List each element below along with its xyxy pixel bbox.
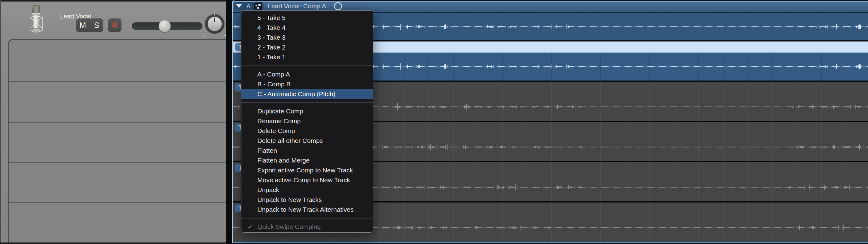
menu-item-label: 5 - Take 5 [257, 14, 285, 21]
pan-knob[interactable] [205, 14, 224, 34]
solo-button[interactable]: S [90, 19, 103, 32]
track-lane-area[interactable] [8, 39, 227, 242]
menu-separator [241, 102, 373, 103]
menu-item-label: B - Comp B [257, 81, 291, 88]
lane-divider [9, 122, 227, 123]
record-enable-button[interactable]: R [108, 19, 121, 32]
menu-item-label: Rename Comp [257, 117, 301, 125]
panel-bottom-border [0, 242, 226, 244]
menu-item-label: 3 - Take 3 [257, 34, 285, 41]
menu-item-label: 2 - Take 2 [257, 44, 285, 51]
menu-item-unpack-to-new-track-alternatives[interactable]: Unpack to New Track Alternatives [241, 205, 373, 215]
comp-menu-button[interactable] [252, 2, 264, 10]
lane-divider [9, 81, 227, 82]
take-folder-icon [254, 2, 262, 10]
menu-item-label: Duplicate Comp [257, 108, 303, 115]
disclosure-button[interactable] [234, 2, 244, 10]
track-header-panel: Lead Vocal M S R L R [0, 0, 226, 244]
menu-item-label: Flatten and Merge [257, 157, 309, 164]
menu-item-label: Export active Comp to New Track [257, 167, 353, 173]
menu-item-move-active-comp-to-new-track[interactable]: Move active Comp to New Track [241, 175, 373, 185]
menu-item-flatten-and-merge[interactable]: Flatten and Merge [241, 156, 373, 165]
menu-item-unpack[interactable]: Unpack [241, 185, 373, 195]
menu-item-label: Delete Comp [257, 127, 295, 134]
panel-left-border [0, 0, 1, 244]
active-comp-letter-button[interactable]: A [244, 2, 252, 10]
menu-item-label: Unpack [257, 186, 279, 193]
menu-item-rename-comp[interactable]: Rename Comp [241, 116, 373, 126]
menu-item-export-active-comp-to-new-track[interactable]: Export active Comp to New Track [241, 165, 373, 175]
take-folder-title: Lead Vocal: Comp A [268, 2, 326, 10]
menu-item-label: Unpack to New Track Alternatives [257, 206, 354, 213]
panel-top-border [0, 0, 226, 2]
take-folder-controls: A [234, 2, 264, 10]
take-folder-bottom-border [233, 242, 868, 243]
menu-item-quick-swipe-comping: ✓Quick Swipe Comping [241, 222, 373, 232]
loop-circle-icon[interactable] [334, 2, 342, 10]
menu-item-label: A - Comp A [257, 71, 290, 78]
volume-slider[interactable] [132, 22, 203, 30]
pan-left-label: L [203, 33, 205, 38]
mute-button[interactable]: M [76, 19, 90, 32]
mute-solo-group: M S [76, 19, 103, 32]
menu-item-label: Unpack to New Tracks [257, 196, 322, 203]
menu-item-4-take-4[interactable]: 4 - Take 4 [241, 23, 373, 33]
menu-item-label: 4 - Take 4 [257, 24, 285, 31]
menu-item-5-take-5[interactable]: 5 - Take 5 [241, 13, 373, 23]
menu-item-unpack-to-new-tracks[interactable]: Unpack to New Tracks [241, 195, 373, 205]
menu-item-b-comp-b[interactable]: B - Comp B [241, 79, 373, 89]
checkmark-icon: ✓ [248, 222, 253, 232]
volume-slider-thumb[interactable] [159, 20, 171, 32]
menu-separator [241, 65, 373, 66]
menu-item-label: Move active Comp to New Track [257, 177, 350, 184]
menu-separator [241, 218, 373, 218]
comp-popup-menu: 5 - Take 54 - Take 43 - Take 32 - Take 2… [241, 10, 373, 233]
triangle-down-icon [236, 4, 242, 8]
menu-item-label: 1 - Take 1 [257, 53, 285, 60]
menu-item-2-take-2[interactable]: 2 - Take 2 [241, 43, 373, 52]
menu-item-label: Quick Swipe Comping [257, 223, 321, 230]
lane-divider [9, 162, 227, 163]
microphone-icon [28, 5, 44, 37]
menu-item-delete-all-other-comps[interactable]: Delete all other Comps [241, 136, 373, 146]
lane-divider [9, 202, 227, 203]
pan-indicator-tick [214, 13, 215, 16]
menu-item-flatten[interactable]: Flatten [241, 146, 373, 156]
pan-knob-pointer [214, 18, 215, 22]
menu-item-label: Delete all other Comps [257, 137, 323, 144]
menu-item-label: Flatten [257, 147, 277, 154]
menu-item-label: C - Automatic Comp (Pitch) [257, 90, 335, 98]
menu-item-c-automatic-comp-pitch[interactable]: C - Automatic Comp (Pitch) [241, 89, 373, 99]
menu-item-duplicate-comp[interactable]: Duplicate Comp [241, 106, 373, 116]
menu-item-3-take-3[interactable]: 3 - Take 3 [241, 33, 373, 43]
menu-item-delete-comp[interactable]: Delete Comp [241, 126, 373, 136]
menu-item-a-comp-a[interactable]: A - Comp A [241, 70, 373, 79]
record-label: R [112, 21, 118, 29]
menu-item-1-take-1[interactable]: 1 - Take 1 [241, 52, 373, 62]
logic-arrange-window: Lead Vocal M S R L R [0, 0, 868, 244]
